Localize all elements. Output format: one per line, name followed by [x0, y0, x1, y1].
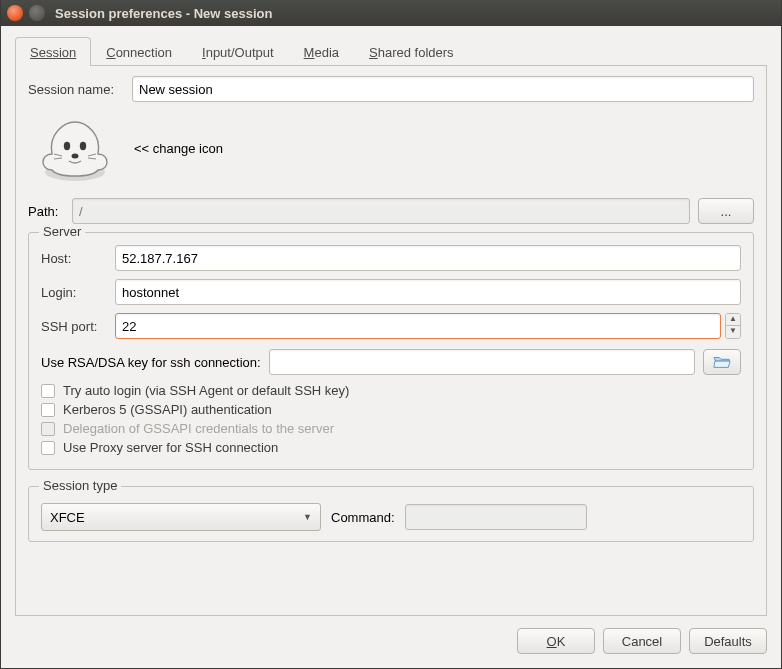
session-type-group: Session type XFCE ▼ Command:	[28, 486, 754, 542]
host-label: Host:	[41, 251, 107, 266]
session-name-label: Session name:	[28, 82, 124, 97]
svg-point-2	[80, 142, 86, 150]
tab-connection[interactable]: Connection	[91, 37, 187, 66]
command-input	[405, 504, 587, 530]
rsa-key-input[interactable]	[269, 349, 695, 375]
rsa-browse-button[interactable]	[703, 349, 741, 375]
ok-button[interactable]: OK	[517, 628, 595, 654]
defaults-button[interactable]: Defaults	[689, 628, 767, 654]
gssapi-delegation-check: Delegation of GSSAPI credentials to the …	[41, 421, 741, 436]
chevron-down-icon: ▼	[303, 512, 312, 522]
session-icon[interactable]	[34, 112, 116, 184]
tab-pane-session: Session name:	[15, 66, 767, 616]
tabstrip: Session Connection Input/Output Media Sh…	[15, 36, 767, 66]
minimize-icon[interactable]	[29, 5, 45, 21]
svg-point-1	[64, 142, 70, 150]
dialog-footer: OK Cancel Defaults	[15, 616, 767, 654]
spin-down-icon[interactable]: ▼	[726, 326, 740, 338]
server-legend: Server	[39, 224, 85, 239]
titlebar: Session preferences - New session	[1, 0, 781, 26]
checkbox-icon	[41, 403, 55, 417]
path-browse-button[interactable]: ...	[698, 198, 754, 224]
tab-input-output[interactable]: Input/Output	[187, 37, 289, 66]
path-input	[72, 198, 690, 224]
command-label: Command:	[331, 510, 395, 525]
session-type-value: XFCE	[50, 510, 85, 525]
ssh-port-input[interactable]	[115, 313, 721, 339]
window-title: Session preferences - New session	[55, 6, 272, 21]
close-icon[interactable]	[7, 5, 23, 21]
session-name-input[interactable]	[132, 76, 754, 102]
rsa-label: Use RSA/DSA key for ssh connection:	[41, 355, 261, 370]
login-label: Login:	[41, 285, 107, 300]
path-label: Path:	[28, 204, 64, 219]
cancel-button[interactable]: Cancel	[603, 628, 681, 654]
ssh-port-label: SSH port:	[41, 319, 107, 334]
host-input[interactable]	[115, 245, 741, 271]
checkbox-icon	[41, 422, 55, 436]
proxy-check[interactable]: Use Proxy server for SSH connection	[41, 440, 741, 455]
change-icon-label[interactable]: << change icon	[134, 141, 223, 156]
tab-session[interactable]: Session	[15, 37, 91, 66]
tab-media[interactable]: Media	[289, 37, 354, 66]
server-group: Server Host: Login: SSH port: ▲ ▼	[28, 232, 754, 470]
svg-point-3	[72, 154, 79, 159]
session-type-legend: Session type	[39, 478, 121, 493]
tab-shared-folders[interactable]: Shared folders	[354, 37, 469, 66]
login-input[interactable]	[115, 279, 741, 305]
session-type-select[interactable]: XFCE ▼	[41, 503, 321, 531]
auto-login-check[interactable]: Try auto login (via SSH Agent or default…	[41, 383, 741, 398]
kerberos-check[interactable]: Kerberos 5 (GSSAPI) authentication	[41, 402, 741, 417]
folder-open-icon	[704, 354, 740, 370]
checkbox-icon	[41, 441, 55, 455]
checkbox-icon	[41, 384, 55, 398]
ssh-port-spin[interactable]: ▲ ▼	[725, 313, 741, 339]
spin-up-icon[interactable]: ▲	[726, 314, 740, 326]
